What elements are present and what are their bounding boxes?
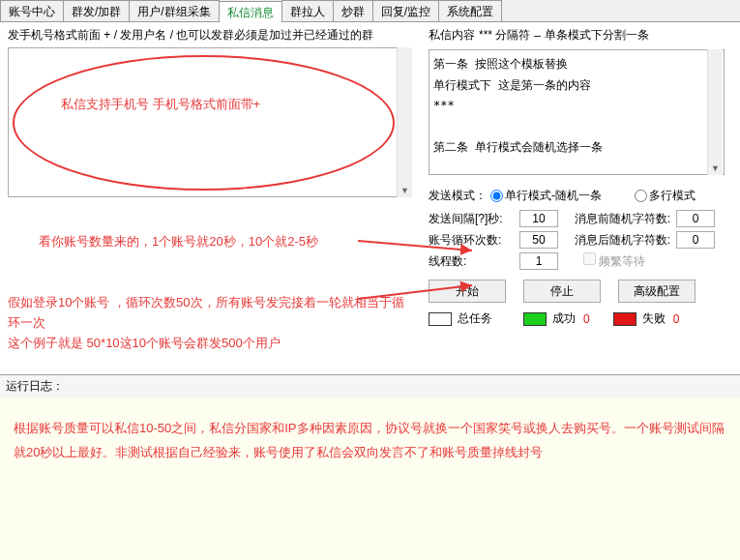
fail-label: 失败 [642,310,666,327]
suffix-input[interactable] [676,231,715,249]
fail-count: 0 [673,312,680,326]
annotation-note-3: 假如登录10个账号 ，循环次数50次，所有账号发完接着一轮就相当于循环一次 这个… [8,293,414,353]
main-panel: 发手机号格式前面 + / 发用户名 / 也可以发群必须是加过并已经通过的群 私信… [0,22,740,374]
mode-single-radio[interactable]: 单行模式-随机一条 [490,188,602,204]
recipient-list-input[interactable] [8,47,412,197]
tab-sys-config[interactable]: 系统配置 [438,0,502,21]
mode-note: 单条模式下分割一条 [545,27,649,44]
mode-multi-radio-input[interactable] [635,190,647,202]
scrollbar[interactable] [397,47,412,197]
advanced-config-button[interactable]: 高级配置 [618,280,696,303]
interval-label: 发送间隔[?]秒: [429,211,514,227]
tab-hype-group[interactable]: 炒群 [333,0,373,21]
tab-bar: 账号中心 群发/加群 用户/群组采集 私信消息 群拉人 炒群 回复/监控 系统配… [0,0,740,22]
freq-wait-checkbox[interactable]: 频繁等待 [583,252,645,270]
suffix-label: 消息后随机字符数: [564,232,670,249]
tab-account-center[interactable]: 账号中心 [0,0,64,21]
total-swatch [429,312,452,326]
thread-label: 线程数: [429,253,514,270]
success-swatch [523,312,547,326]
message-content-input[interactable] [429,49,725,175]
left-panel: 发手机号格式前面 + / 发用户名 / 也可以发群必须是加过并已经通过的群 私信… [0,22,421,374]
start-button[interactable]: 开始 [429,280,506,303]
prefix-label: 消息前随机字符数: [564,211,670,227]
separator-dash: – [534,29,541,43]
loop-label: 账号循环次数: [429,232,514,249]
fail-swatch [613,312,636,326]
log-label: 运行日志： [0,374,740,398]
interval-input[interactable] [519,210,558,227]
content-label: 私信内容 [429,27,475,44]
success-count: 0 [583,312,590,326]
send-mode-label: 发送模式： [429,188,487,204]
stop-button[interactable]: 停止 [523,280,601,303]
recipient-format-label: 发手机号格式前面 + / 发用户名 / 也可以发群必须是加过并已经通过的群 [8,27,413,44]
bottom-advice-note: 根据账号质量可以私信10-50之间，私信分国家和IP多种因素原因，协议号就换一个… [0,398,740,560]
mode-multi-radio[interactable]: 多行模式 [635,188,696,204]
success-label: 成功 [552,310,576,327]
scrollbar[interactable] [707,49,723,175]
thread-input[interactable] [519,252,558,270]
tab-private-msg[interactable]: 私信消息 [219,1,282,22]
right-panel: 私信内容 *** 分隔符 – 单条模式下分割一条 发送模式： 单行模式-随机一条… [421,22,730,374]
loop-input[interactable] [519,231,558,249]
mode-single-radio-input[interactable] [490,190,503,202]
tab-group-pull[interactable]: 群拉人 [281,0,334,21]
tab-reply-monitor[interactable]: 回复/监控 [372,0,439,21]
prefix-input[interactable] [676,210,715,227]
freq-wait-checkbox-input [583,252,596,265]
tab-mass-add[interactable]: 群发/加群 [63,0,130,21]
tab-user-collect[interactable]: 用户/群组采集 [129,0,219,21]
separator-text: *** 分隔符 [479,27,530,44]
annotation-note-2: 看你账号数量来的，1个账号就20秒，10个就2-5秒 [39,233,318,251]
total-label: 总任务 [458,310,492,327]
